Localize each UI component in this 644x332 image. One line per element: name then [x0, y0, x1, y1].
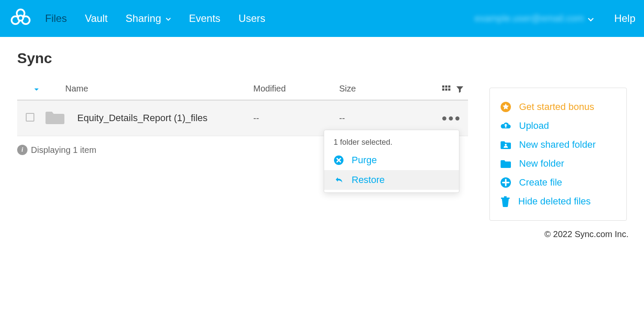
filter-icon[interactable]	[456, 84, 464, 93]
sort-indicator[interactable]	[17, 84, 43, 94]
user-email: example.user@email.com	[475, 13, 584, 24]
status-text: Displaying 1 item	[31, 145, 96, 155]
nav-users[interactable]: Users	[238, 12, 265, 24]
svg-rect-4	[442, 85, 444, 88]
app-logo[interactable]	[9, 7, 32, 30]
context-restore[interactable]: Restore	[324, 170, 459, 190]
nav-sharing[interactable]: Sharing	[126, 12, 171, 24]
side-new-folder[interactable]: New folder	[500, 154, 616, 173]
side-new-shared-folder-label: New shared folder	[519, 139, 596, 150]
footer-copyright: © 2022 Sync.com Inc.	[0, 224, 644, 246]
undo-icon	[334, 175, 344, 185]
side-new-shared-folder[interactable]: New shared folder	[500, 135, 616, 154]
info-icon: i	[17, 145, 27, 155]
svg-rect-9	[448, 88, 450, 91]
context-menu: 1 folder selected. Purge Restore	[324, 130, 459, 193]
folder-icon	[500, 159, 511, 168]
svg-rect-7	[442, 88, 444, 91]
side-bonus[interactable]: Get started bonus	[500, 97, 616, 116]
context-purge-label: Purge	[352, 155, 377, 166]
list-header: Name Modified Size	[17, 78, 468, 101]
file-listing: Sync Name Modified Size	[17, 50, 468, 164]
side-hide-deleted-label: Hide deleted files	[518, 196, 591, 207]
file-name[interactable]: Equity_Details_Report (1)_files	[67, 113, 253, 124]
user-menu[interactable]: example.user@email.com	[475, 13, 594, 24]
svg-rect-8	[445, 88, 447, 91]
chevron-down-icon	[166, 12, 171, 24]
trash-icon	[500, 196, 510, 207]
svg-point-12	[505, 144, 507, 146]
column-name[interactable]: Name	[43, 84, 253, 94]
file-modified: --	[253, 113, 339, 123]
nav-sharing-label: Sharing	[126, 12, 161, 24]
row-checkbox[interactable]	[26, 113, 34, 122]
close-circle-icon	[334, 155, 344, 165]
side-create-file-label: Create file	[519, 177, 562, 188]
side-create-file[interactable]: Create file	[500, 173, 616, 192]
svg-rect-5	[445, 85, 447, 88]
nav-events[interactable]: Events	[189, 12, 220, 24]
nav-vault[interactable]: Vault	[85, 12, 108, 24]
star-circle-icon	[500, 101, 511, 113]
file-size: --	[339, 113, 425, 123]
context-menu-header: 1 folder selected.	[324, 135, 459, 150]
main-nav: Files Vault Sharing Events Users	[45, 12, 265, 24]
side-upload-label: Upload	[519, 120, 549, 131]
side-bonus-label: Get started bonus	[519, 101, 594, 113]
side-new-folder-label: New folder	[519, 158, 564, 169]
more-actions-icon[interactable]: ●●●	[441, 113, 461, 123]
folder-icon	[45, 119, 65, 127]
context-purge[interactable]: Purge	[324, 150, 459, 170]
nav-help[interactable]: Help	[614, 12, 635, 24]
column-size[interactable]: Size	[339, 84, 425, 94]
context-restore-label: Restore	[352, 174, 385, 186]
side-upload[interactable]: Upload	[500, 116, 616, 135]
nav-files[interactable]: Files	[45, 12, 67, 24]
side-hide-deleted[interactable]: Hide deleted files	[500, 192, 616, 211]
side-panel: Get started bonus Upload New shared fold…	[489, 88, 627, 221]
topbar: Files Vault Sharing Events Users example…	[0, 0, 644, 37]
shared-folder-icon	[500, 140, 511, 149]
cloud-upload-icon	[500, 121, 511, 131]
chevron-down-icon	[588, 15, 594, 23]
page-title: Sync	[17, 50, 468, 67]
svg-point-3	[18, 15, 23, 21]
svg-rect-6	[448, 85, 450, 88]
grid-view-icon[interactable]	[442, 84, 453, 93]
table-row[interactable]: Equity_Details_Report (1)_files -- -- ●●…	[17, 101, 468, 136]
column-modified[interactable]: Modified	[253, 84, 339, 94]
plus-circle-icon	[500, 177, 511, 188]
